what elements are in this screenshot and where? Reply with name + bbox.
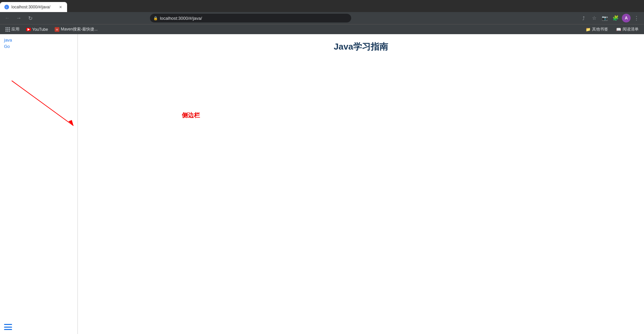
forward-button[interactable]: → [14,13,23,23]
sidebar-label: 侧边栏 [182,111,200,119]
browser-actions: ⤴ ☆ 📷 🧩 A ⋮ [579,13,641,23]
maven-label: Maven搜索-最快捷... [61,26,98,32]
page-content: java Go Java学习指南 侧边栏 [0,34,644,334]
tab-bar: L localhost:3000/#/java/ ✕ [0,0,644,12]
reading-icon: 📖 [616,27,621,32]
address-bar: ← → ↻ 🔒 localhost:3000/#/java/ ⤴ ☆ 📷 🧩 A… [0,12,644,24]
tab-favicon: L [4,4,9,10]
hamburger-line-2 [4,327,12,328]
youtube-label: YouTube [32,27,48,32]
svg-text:M: M [56,28,58,31]
apps-label: 应用 [11,26,19,32]
other-bookmarks-label: 其他书签 [592,26,608,32]
bookmark-youtube[interactable]: YouTube [23,26,51,33]
svg-text:L: L [6,6,8,9]
lock-icon: 🔒 [153,16,158,20]
screenshot-button[interactable]: 📷 [600,13,610,23]
sidebar-arrow [0,34,77,334]
back-button[interactable]: ← [3,13,12,23]
extensions-button[interactable]: 🧩 [611,13,621,23]
bookmark-star-button[interactable]: ☆ [590,13,599,23]
sidebar-go-link[interactable]: Go [0,43,77,50]
browser-chrome: L localhost:3000/#/java/ ✕ ← → ↻ 🔒 local… [0,0,644,34]
url-bar[interactable]: 🔒 localhost:3000/#/java/ [150,14,351,22]
profile-button[interactable]: A [622,14,631,22]
reading-list[interactable]: 📖 阅读清单 [613,25,641,33]
active-tab[interactable]: L localhost:3000/#/java/ ✕ [0,2,67,12]
folder-icon: 📁 [586,27,591,32]
tab-title: localhost:3000/#/java/ [11,5,56,9]
svg-line-4 [12,81,73,126]
share-button[interactable]: ⤴ [579,13,588,23]
apps-grid-icon [5,27,10,32]
tab-close-btn[interactable]: ✕ [58,4,63,10]
reload-button[interactable]: ↻ [25,13,35,23]
page-title: Java学习指南 [91,41,631,53]
bookmarks-bar: 应用 YouTube M Maven搜索-最快捷... 📁 其他书签 [0,24,644,34]
hamburger-line-3 [4,329,12,330]
svg-marker-5 [68,120,73,126]
youtube-favicon [26,28,31,31]
bookmarks-right: 📁 其他书签 📖 阅读清单 [583,25,641,33]
reading-list-label: 阅读清单 [623,26,639,32]
hamburger-menu-button[interactable] [4,324,12,330]
url-text: localhost:3000/#/java/ [160,16,348,21]
bookmark-maven[interactable]: M Maven搜索-最快捷... [52,25,100,33]
menu-button[interactable]: ⋮ [632,13,641,23]
other-bookmarks[interactable]: 📁 其他书签 [583,25,611,33]
hamburger-line-1 [4,324,12,325]
sidebar-java-link[interactable]: java [0,37,77,43]
sidebar: java Go [0,34,78,334]
main-content: Java学习指南 侧边栏 [78,34,644,334]
maven-favicon: M [55,27,59,32]
apps-button[interactable]: 应用 [3,25,22,33]
